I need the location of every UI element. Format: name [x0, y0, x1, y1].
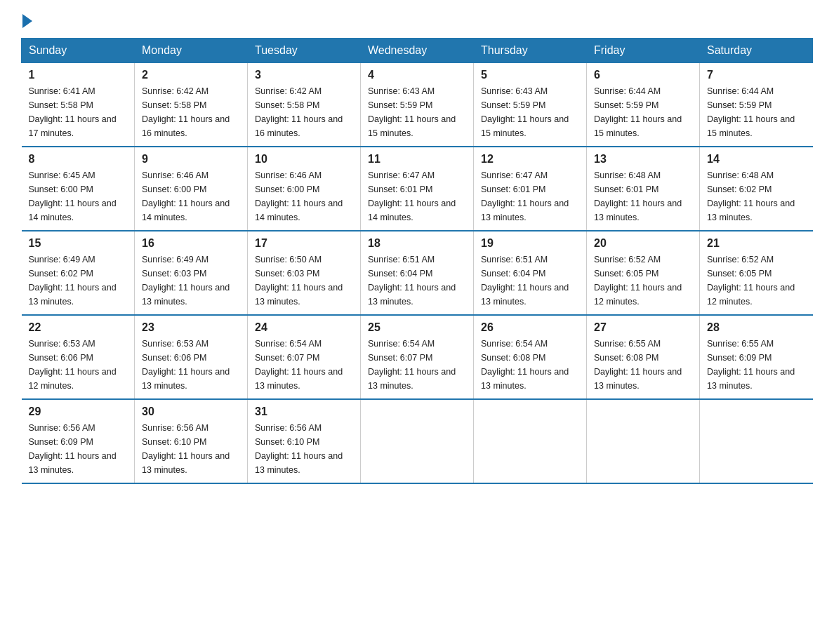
calendar-cell: 16 Sunrise: 6:49 AMSunset: 6:03 PMDaylig… — [135, 231, 248, 315]
day-info: Sunrise: 6:55 AMSunset: 6:08 PMDaylight:… — [594, 339, 682, 391]
day-info: Sunrise: 6:47 AMSunset: 6:01 PMDaylight:… — [368, 170, 456, 222]
page-header — [21, 14, 813, 24]
day-number: 3 — [255, 69, 353, 81]
calendar-cell: 31 Sunrise: 6:56 AMSunset: 6:10 PMDaylig… — [248, 399, 361, 483]
day-info: Sunrise: 6:52 AMSunset: 6:05 PMDaylight:… — [707, 255, 795, 307]
calendar-cell: 13 Sunrise: 6:48 AMSunset: 6:01 PMDaylig… — [587, 147, 700, 231]
calendar-cell — [700, 399, 813, 483]
calendar-week-row: 29 Sunrise: 6:56 AMSunset: 6:09 PMDaylig… — [22, 399, 813, 483]
calendar-cell: 19 Sunrise: 6:51 AMSunset: 6:04 PMDaylig… — [474, 231, 587, 315]
day-number: 17 — [255, 237, 353, 250]
day-info: Sunrise: 6:45 AMSunset: 6:00 PMDaylight:… — [29, 170, 117, 222]
calendar-cell: 17 Sunrise: 6:50 AMSunset: 6:03 PMDaylig… — [248, 231, 361, 315]
calendar-cell: 14 Sunrise: 6:48 AMSunset: 6:02 PMDaylig… — [700, 147, 813, 231]
calendar-cell: 26 Sunrise: 6:54 AMSunset: 6:08 PMDaylig… — [474, 315, 587, 399]
day-number: 28 — [707, 321, 806, 334]
day-number: 15 — [29, 237, 128, 250]
day-number: 4 — [368, 69, 466, 81]
header-friday: Friday — [587, 39, 700, 63]
day-number: 24 — [255, 321, 353, 334]
day-info: Sunrise: 6:56 AMSunset: 6:09 PMDaylight:… — [29, 423, 117, 475]
calendar-cell: 2 Sunrise: 6:42 AMSunset: 5:58 PMDayligh… — [135, 63, 248, 147]
header-tuesday: Tuesday — [248, 39, 361, 63]
day-number: 12 — [481, 153, 579, 166]
day-number: 13 — [594, 153, 692, 166]
day-info: Sunrise: 6:47 AMSunset: 6:01 PMDaylight:… — [481, 170, 569, 222]
day-number: 22 — [29, 321, 128, 334]
day-number: 2 — [142, 69, 240, 81]
calendar-cell — [361, 399, 474, 483]
day-info: Sunrise: 6:51 AMSunset: 6:04 PMDaylight:… — [368, 255, 456, 307]
day-number: 29 — [29, 405, 128, 418]
day-info: Sunrise: 6:50 AMSunset: 6:03 PMDaylight:… — [255, 255, 343, 307]
day-info: Sunrise: 6:44 AMSunset: 5:59 PMDaylight:… — [594, 86, 682, 138]
day-info: Sunrise: 6:48 AMSunset: 6:01 PMDaylight:… — [594, 170, 682, 222]
day-number: 7 — [707, 69, 806, 81]
calendar-cell: 3 Sunrise: 6:42 AMSunset: 5:58 PMDayligh… — [248, 63, 361, 147]
calendar-week-row: 22 Sunrise: 6:53 AMSunset: 6:06 PMDaylig… — [22, 315, 813, 399]
logo — [21, 14, 34, 24]
calendar-week-row: 8 Sunrise: 6:45 AMSunset: 6:00 PMDayligh… — [22, 147, 813, 231]
calendar-cell — [587, 399, 700, 483]
calendar-cell: 27 Sunrise: 6:55 AMSunset: 6:08 PMDaylig… — [587, 315, 700, 399]
day-number: 1 — [29, 69, 128, 81]
header-saturday: Saturday — [700, 39, 813, 63]
calendar-week-row: 15 Sunrise: 6:49 AMSunset: 6:02 PMDaylig… — [22, 231, 813, 315]
header-monday: Monday — [135, 39, 248, 63]
day-info: Sunrise: 6:51 AMSunset: 6:04 PMDaylight:… — [481, 255, 569, 307]
calendar-cell: 6 Sunrise: 6:44 AMSunset: 5:59 PMDayligh… — [587, 63, 700, 147]
day-info: Sunrise: 6:54 AMSunset: 6:07 PMDaylight:… — [368, 339, 456, 391]
day-info: Sunrise: 6:48 AMSunset: 6:02 PMDaylight:… — [707, 170, 795, 222]
calendar-cell: 7 Sunrise: 6:44 AMSunset: 5:59 PMDayligh… — [700, 63, 813, 147]
day-number: 8 — [29, 153, 128, 166]
day-info: Sunrise: 6:42 AMSunset: 5:58 PMDaylight:… — [255, 86, 343, 138]
day-number: 19 — [481, 237, 579, 250]
calendar-cell: 5 Sunrise: 6:43 AMSunset: 5:59 PMDayligh… — [474, 63, 587, 147]
day-info: Sunrise: 6:44 AMSunset: 5:59 PMDaylight:… — [707, 86, 795, 138]
calendar-cell: 8 Sunrise: 6:45 AMSunset: 6:00 PMDayligh… — [22, 147, 135, 231]
calendar-cell: 18 Sunrise: 6:51 AMSunset: 6:04 PMDaylig… — [361, 231, 474, 315]
day-number: 31 — [255, 405, 353, 418]
calendar-cell: 20 Sunrise: 6:52 AMSunset: 6:05 PMDaylig… — [587, 231, 700, 315]
calendar-cell: 22 Sunrise: 6:53 AMSunset: 6:06 PMDaylig… — [22, 315, 135, 399]
calendar-cell — [474, 399, 587, 483]
day-info: Sunrise: 6:53 AMSunset: 6:06 PMDaylight:… — [29, 339, 117, 391]
calendar-cell: 15 Sunrise: 6:49 AMSunset: 6:02 PMDaylig… — [22, 231, 135, 315]
day-info: Sunrise: 6:49 AMSunset: 6:02 PMDaylight:… — [29, 255, 117, 307]
day-info: Sunrise: 6:54 AMSunset: 6:08 PMDaylight:… — [481, 339, 569, 391]
day-number: 23 — [142, 321, 240, 334]
header-thursday: Thursday — [474, 39, 587, 63]
calendar-cell: 24 Sunrise: 6:54 AMSunset: 6:07 PMDaylig… — [248, 315, 361, 399]
day-number: 21 — [707, 237, 806, 250]
day-number: 10 — [255, 153, 353, 166]
calendar-cell: 1 Sunrise: 6:41 AMSunset: 5:58 PMDayligh… — [22, 63, 135, 147]
day-info: Sunrise: 6:54 AMSunset: 6:07 PMDaylight:… — [255, 339, 343, 391]
calendar-cell: 4 Sunrise: 6:43 AMSunset: 5:59 PMDayligh… — [361, 63, 474, 147]
day-number: 20 — [594, 237, 692, 250]
day-number: 16 — [142, 237, 240, 250]
calendar-header-row: SundayMondayTuesdayWednesdayThursdayFrid… — [22, 39, 813, 63]
logo-arrow-icon — [22, 14, 32, 28]
day-info: Sunrise: 6:41 AMSunset: 5:58 PMDaylight:… — [29, 86, 117, 138]
calendar-cell: 25 Sunrise: 6:54 AMSunset: 6:07 PMDaylig… — [361, 315, 474, 399]
calendar-week-row: 1 Sunrise: 6:41 AMSunset: 5:58 PMDayligh… — [22, 63, 813, 147]
calendar-cell: 21 Sunrise: 6:52 AMSunset: 6:05 PMDaylig… — [700, 231, 813, 315]
day-info: Sunrise: 6:49 AMSunset: 6:03 PMDaylight:… — [142, 255, 230, 307]
day-number: 30 — [142, 405, 240, 418]
day-number: 14 — [707, 153, 806, 166]
day-number: 27 — [594, 321, 692, 334]
day-number: 25 — [368, 321, 466, 334]
day-info: Sunrise: 6:43 AMSunset: 5:59 PMDaylight:… — [481, 86, 569, 138]
calendar-cell: 11 Sunrise: 6:47 AMSunset: 6:01 PMDaylig… — [361, 147, 474, 231]
day-number: 9 — [142, 153, 240, 166]
day-info: Sunrise: 6:53 AMSunset: 6:06 PMDaylight:… — [142, 339, 230, 391]
calendar-cell: 10 Sunrise: 6:46 AMSunset: 6:00 PMDaylig… — [248, 147, 361, 231]
day-number: 18 — [368, 237, 466, 250]
header-wednesday: Wednesday — [361, 39, 474, 63]
day-info: Sunrise: 6:42 AMSunset: 5:58 PMDaylight:… — [142, 86, 230, 138]
day-number: 6 — [594, 69, 692, 81]
day-number: 5 — [481, 69, 579, 81]
day-info: Sunrise: 6:55 AMSunset: 6:09 PMDaylight:… — [707, 339, 795, 391]
day-info: Sunrise: 6:56 AMSunset: 6:10 PMDaylight:… — [255, 423, 343, 475]
header-sunday: Sunday — [22, 39, 135, 63]
